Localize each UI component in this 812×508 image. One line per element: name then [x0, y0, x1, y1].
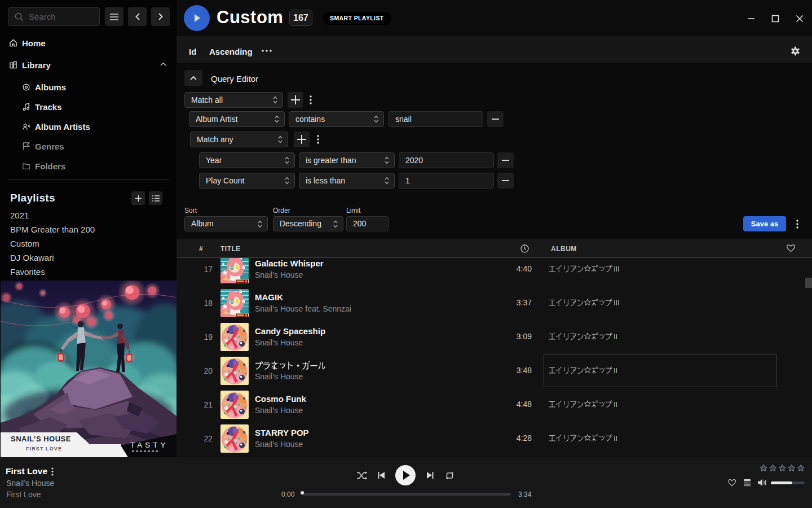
svg-text:SNAIL’S HOUSE: SNAIL’S HOUSE	[11, 435, 71, 443]
svg-text:III: III	[614, 299, 620, 307]
svg-text:FIRST LOVE: FIRST LOVE	[26, 446, 62, 452]
svg-text:III: III	[614, 265, 620, 273]
svg-text:II: II	[614, 434, 617, 443]
svg-text:TASTY: TASTY	[130, 441, 169, 449]
svg-text:II: II	[614, 366, 617, 375]
svg-text:II: II	[614, 332, 617, 341]
svg-text:II: II	[614, 400, 617, 409]
